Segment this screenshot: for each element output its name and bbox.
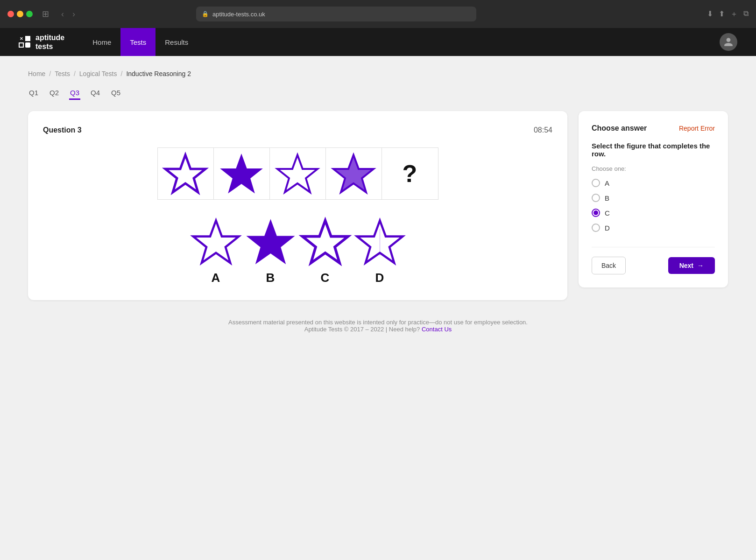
answer-label-a: A [212, 271, 220, 285]
star-a [191, 218, 240, 265]
svg-marker-6 [247, 221, 293, 263]
star-outline-3 [276, 153, 318, 194]
radio-label-a: A [605, 179, 609, 187]
star-c [301, 218, 350, 265]
tab-q2[interactable]: Q2 [49, 87, 60, 100]
choose-one-label: Choose one: [592, 165, 715, 172]
star-matrix-row: ? [157, 147, 438, 200]
answer-options-row: A B C [191, 218, 404, 285]
star-outline-1 [164, 153, 206, 194]
panel-header: Choose answer Report Error [592, 124, 715, 133]
radio-circle-b [592, 194, 600, 202]
radio-option-b[interactable]: B [592, 194, 715, 202]
next-arrow-icon: → [697, 262, 704, 269]
back-nav-button[interactable]: ‹ [58, 7, 67, 21]
question-header: Question 3 08:54 [43, 126, 552, 134]
star-d [355, 218, 404, 265]
star-b [246, 218, 295, 265]
forward-nav-button[interactable]: › [70, 7, 78, 21]
panel-buttons: Back Next → [592, 247, 715, 274]
browser-chrome: ⊞ ‹ › 🔒 aptitude-tests.co.uk ⬇ ⬆ ＋ ⧉ [0, 0, 756, 28]
matrix-cell-3 [270, 148, 326, 199]
next-button-label: Next [679, 262, 693, 269]
nav-home[interactable]: Home [83, 28, 120, 56]
tab-q1[interactable]: Q1 [28, 87, 39, 100]
logo-square-outline [19, 42, 24, 48]
footer-contact-link[interactable]: Contact Us [422, 326, 452, 333]
radio-circle-c [592, 209, 600, 217]
footer-copyright-text: Aptitude Tests © 2017 – 2022 | Need help… [304, 326, 420, 333]
breadcrumb: Home / Tests / Logical Tests / Inductive… [28, 70, 728, 77]
answer-panel: Choose answer Report Error Select the fi… [579, 111, 728, 287]
new-tab-icon[interactable]: ＋ [730, 9, 738, 19]
maximize-button[interactable] [26, 11, 33, 17]
question-number: Question 3 [43, 126, 82, 134]
answer-label-d: D [375, 271, 384, 285]
breadcrumb-home[interactable]: Home [28, 70, 45, 77]
breadcrumb-logical-tests[interactable]: Logical Tests [79, 70, 117, 77]
footer-copyright: Aptitude Tests © 2017 – 2022 | Need help… [28, 326, 728, 333]
traffic-lights [7, 11, 33, 17]
next-button[interactable]: Next → [668, 257, 715, 274]
svg-marker-5 [193, 221, 239, 263]
footer-disclaimer: Assessment material presented on this we… [28, 319, 728, 326]
logo-text: aptitude tests [35, 33, 64, 51]
logo-square-2 [25, 42, 30, 48]
answer-option-c[interactable]: C [301, 218, 350, 285]
address-bar[interactable]: 🔒 aptitude-tests.co.uk [196, 7, 476, 21]
tab-q3[interactable]: Q3 [69, 87, 80, 100]
breadcrumb-sep-3: / [121, 70, 123, 77]
radio-option-a[interactable]: A [592, 179, 715, 187]
radio-option-d[interactable]: D [592, 224, 715, 232]
report-error-link[interactable]: Report Error [679, 125, 715, 132]
window-icon[interactable]: ⧉ [743, 9, 749, 19]
close-button[interactable] [7, 11, 14, 17]
logo-area: ✕ aptitude tests [19, 33, 64, 51]
radio-label-b: B [605, 194, 609, 202]
svg-marker-0 [165, 155, 205, 192]
breadcrumb-current: Inductive Reasoning 2 [126, 70, 191, 77]
question-mark: ? [403, 160, 417, 188]
breadcrumb-tests[interactable]: Tests [55, 70, 70, 77]
download-icon[interactable]: ⬇ [707, 9, 713, 19]
minimize-button[interactable] [17, 11, 23, 17]
breadcrumb-sep-2: / [74, 70, 76, 77]
radio-option-c[interactable]: C [592, 209, 715, 217]
user-avatar[interactable] [720, 33, 737, 51]
lock-icon: 🔒 [202, 11, 209, 17]
nav-tests[interactable]: Tests [120, 28, 155, 56]
radio-label-c: C [605, 209, 610, 217]
sidebar-toggle-icon[interactable]: ⊞ [42, 9, 49, 19]
svg-marker-2 [277, 155, 318, 192]
logo-x: ✕ [19, 36, 24, 42]
star-filled-2 [220, 153, 262, 194]
header-right [720, 33, 737, 51]
question-tabs: Q1 Q2 Q3 Q4 Q5 [28, 87, 728, 100]
matrix-cell-question: ? [382, 148, 438, 199]
nav-results[interactable]: Results [155, 28, 198, 56]
radio-label-d: D [605, 224, 610, 232]
radio-options: A B C D [592, 179, 715, 232]
matrix-cell-1 [158, 148, 214, 199]
share-icon[interactable]: ⬆ [719, 9, 725, 19]
main-nav: Home Tests Results [83, 28, 198, 56]
logo-icon: ✕ [19, 36, 31, 48]
tab-q4[interactable]: Q4 [90, 87, 101, 100]
browser-actions: ⬇ ⬆ ＋ ⧉ [707, 9, 749, 19]
answer-label-c: C [321, 271, 330, 285]
radio-circle-d [592, 224, 600, 232]
answer-option-d[interactable]: D [355, 218, 404, 285]
url-text: aptitude-tests.co.uk [212, 11, 265, 18]
matrix-cell-4 [326, 148, 382, 199]
back-button[interactable]: Back [592, 257, 626, 274]
breadcrumb-sep-1: / [49, 70, 51, 77]
page-content: Home / Tests / Logical Tests / Inductive… [0, 56, 756, 560]
panel-instruction: Select the figure that completes the row… [592, 142, 715, 158]
tab-q5[interactable]: Q5 [110, 87, 121, 100]
matrix-cell-2 [214, 148, 270, 199]
star-partial-4 [332, 153, 374, 194]
answer-option-b[interactable]: B [246, 218, 295, 285]
radio-circle-a [592, 179, 600, 187]
answer-option-a[interactable]: A [191, 218, 240, 285]
panel-title: Choose answer [592, 124, 647, 133]
